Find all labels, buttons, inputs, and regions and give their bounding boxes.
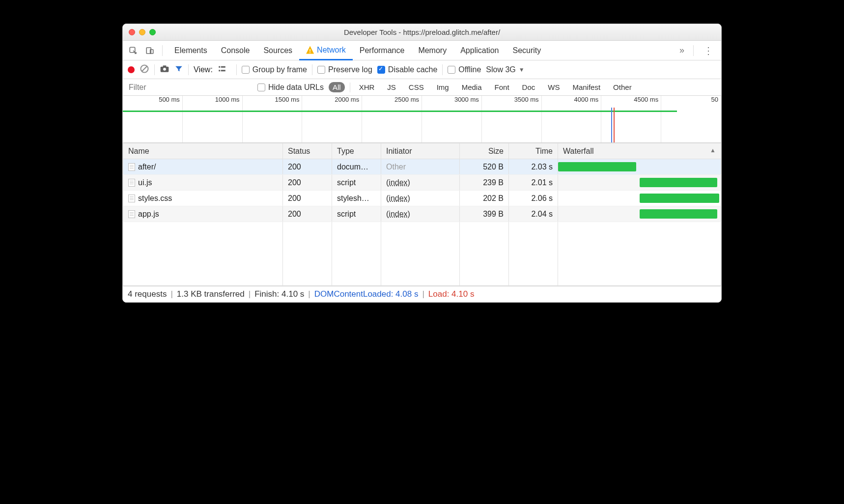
tab-application[interactable]: Application xyxy=(453,41,506,60)
filter-icon[interactable] xyxy=(174,64,183,75)
throttling-select[interactable]: Slow 3G ▼ xyxy=(486,65,524,74)
close-icon[interactable] xyxy=(129,29,135,35)
status-requests: 4 requests xyxy=(128,289,167,299)
timeline-tick: 3500 ms xyxy=(482,96,542,108)
hide-data-urls-checkbox[interactable]: Hide data URLs xyxy=(257,83,324,92)
status-bar: 4 requests| 1.3 KB transferred| Finish: … xyxy=(123,286,721,302)
svg-rect-11 xyxy=(221,70,225,71)
chevron-down-icon: ▼ xyxy=(519,66,525,73)
timeline-tick: 4500 ms xyxy=(601,96,661,108)
minimize-icon[interactable] xyxy=(139,29,145,35)
more-tabs-chevron-icon[interactable]: » xyxy=(675,45,688,56)
timeline-tick: 1500 ms xyxy=(243,96,303,108)
svg-rect-9 xyxy=(221,66,225,67)
timeline-tick: 3000 ms xyxy=(422,96,482,108)
status-transferred: 1.3 KB transferred xyxy=(177,289,245,299)
view-label: View: xyxy=(194,65,213,74)
column-name[interactable]: Name xyxy=(123,143,283,159)
type-filter-doc[interactable]: Doc xyxy=(518,82,539,92)
svg-point-7 xyxy=(163,67,166,70)
type-filter-xhr[interactable]: XHR xyxy=(355,82,379,92)
sort-indicator-icon: ▲ xyxy=(710,147,716,154)
table-row[interactable]: ui.js200script(index)239 B2.01 s xyxy=(123,175,721,191)
initiator-link[interactable]: (index) xyxy=(386,194,410,202)
domcontentloaded-marker xyxy=(611,108,612,142)
load-marker xyxy=(614,108,615,142)
timeline-tick: 500 ms xyxy=(123,96,183,108)
group-by-frame-checkbox[interactable]: Group by frame xyxy=(242,65,307,74)
timeline-tick: 4000 ms xyxy=(542,96,602,108)
status-load: Load: 4.10 s xyxy=(428,289,475,299)
tab-console[interactable]: Console xyxy=(214,41,257,60)
timeline-tick: 2000 ms xyxy=(302,96,362,108)
waterfall-bar xyxy=(640,209,718,219)
table-row[interactable]: styles.css200stylesh…(index)202 B2.06 s xyxy=(123,191,721,206)
file-icon xyxy=(128,195,135,202)
tab-sources[interactable]: Sources xyxy=(256,41,299,60)
type-filter-ws[interactable]: WS xyxy=(544,82,563,92)
type-filter-all[interactable]: All xyxy=(329,82,345,92)
type-filter-font[interactable]: Font xyxy=(491,82,513,92)
column-initiator[interactable]: Initiator xyxy=(381,143,460,159)
tab-network[interactable]: !Network xyxy=(299,41,353,60)
status-dcl: DOMContentLoaded: 4.08 s xyxy=(314,289,419,299)
traffic-lights xyxy=(129,29,156,35)
warning-icon: ! xyxy=(306,46,314,54)
type-filter-img[interactable]: Img xyxy=(433,82,453,92)
file-icon xyxy=(128,179,135,187)
disable-cache-checkbox[interactable]: Disable cache xyxy=(377,65,438,74)
column-status[interactable]: Status xyxy=(283,143,332,159)
table-empty-area xyxy=(123,222,721,286)
type-filter-manifest[interactable]: Manifest xyxy=(568,82,604,92)
timeline-tick: 1000 ms xyxy=(183,96,243,108)
table-row[interactable]: app.js200script(index)399 B2.04 s xyxy=(123,206,721,222)
type-filter-js[interactable]: JS xyxy=(383,82,400,92)
status-finish: Finish: 4.10 s xyxy=(254,289,304,299)
large-rows-icon[interactable] xyxy=(218,64,226,75)
record-button[interactable] xyxy=(128,66,135,73)
column-time[interactable]: Time xyxy=(509,143,558,159)
svg-rect-6 xyxy=(163,65,167,67)
filter-bar: Hide data URLs AllXHRJSCSSImgMediaFontDo… xyxy=(123,79,721,96)
network-toolbar: View: Group by frame Preserve log Disabl… xyxy=(123,60,721,79)
preserve-log-checkbox[interactable]: Preserve log xyxy=(317,65,372,74)
timeline-tick: 2500 ms xyxy=(362,96,422,108)
waterfall-bar xyxy=(558,162,636,171)
tab-elements[interactable]: Elements xyxy=(168,41,214,60)
device-toggle-icon[interactable] xyxy=(142,43,157,58)
screenshot-icon[interactable] xyxy=(160,64,169,76)
type-filter-css[interactable]: CSS xyxy=(405,82,428,92)
column-waterfall[interactable]: Waterfall▲ xyxy=(558,143,721,159)
main-tabs: ElementsConsoleSources!NetworkPerformanc… xyxy=(123,41,721,60)
table-row[interactable]: after/200docum…Other520 B2.03 s xyxy=(123,159,721,175)
svg-line-4 xyxy=(142,66,147,71)
svg-rect-10 xyxy=(219,70,220,71)
type-filter-media[interactable]: Media xyxy=(458,82,486,92)
tab-security[interactable]: Security xyxy=(506,41,548,60)
window-title: Developer Tools - https://preload.glitch… xyxy=(123,28,721,36)
timeline-activity-line xyxy=(123,111,677,112)
devtools-window: Developer Tools - https://preload.glitch… xyxy=(122,24,722,303)
initiator-link[interactable]: (index) xyxy=(386,210,410,218)
maximize-icon[interactable] xyxy=(149,29,156,35)
clear-icon[interactable] xyxy=(140,64,149,76)
inspect-icon[interactable] xyxy=(126,43,141,58)
titlebar: Developer Tools - https://preload.glitch… xyxy=(123,24,721,41)
offline-checkbox[interactable]: Offline xyxy=(448,65,481,74)
column-size[interactable]: Size xyxy=(460,143,509,159)
svg-rect-8 xyxy=(219,66,220,67)
tab-memory[interactable]: Memory xyxy=(411,41,453,60)
filter-input[interactable] xyxy=(125,81,253,94)
kebab-menu-icon[interactable]: ⋮ xyxy=(699,45,718,56)
file-icon xyxy=(128,210,135,218)
timeline-overview[interactable]: 500 ms1000 ms1500 ms2000 ms2500 ms3000 m… xyxy=(123,96,721,143)
timeline-tick: 50 xyxy=(661,96,721,108)
network-table: NameStatusTypeInitiatorSizeTimeWaterfall… xyxy=(123,143,721,222)
tab-performance[interactable]: Performance xyxy=(353,41,412,60)
waterfall-bar xyxy=(640,178,718,187)
file-icon xyxy=(128,163,135,171)
column-type[interactable]: Type xyxy=(332,143,381,159)
initiator-link[interactable]: (index) xyxy=(386,178,410,187)
type-filter-other[interactable]: Other xyxy=(609,82,636,92)
waterfall-bar xyxy=(640,194,719,203)
